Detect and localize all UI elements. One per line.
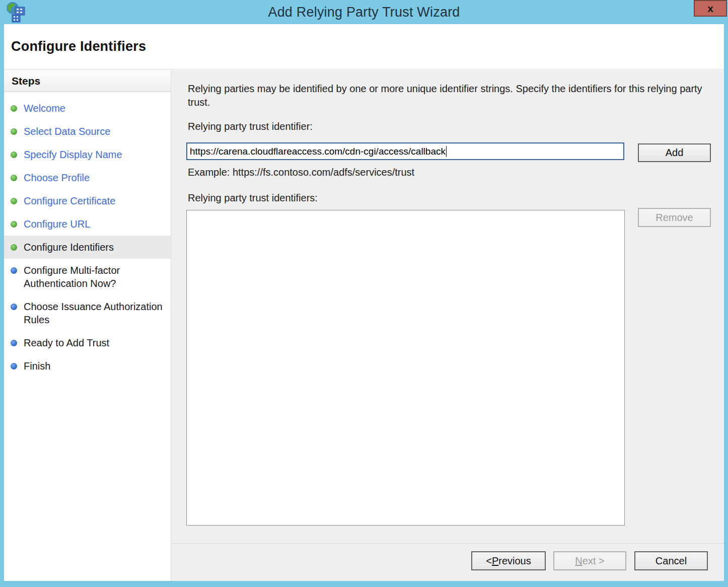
text-caret <box>446 146 447 157</box>
sidebar-item-choose-issuance-rules[interactable]: Choose Issuance Authorization Rules <box>4 295 171 331</box>
example-text: Example: https://fs.contoso.com/adfs/ser… <box>188 167 414 178</box>
footer-divider <box>171 543 724 544</box>
add-button[interactable]: Add <box>638 143 711 162</box>
identifier-input[interactable]: https://carena.cloudflareaccess.com/cdn-… <box>186 142 624 160</box>
window-title: Add Relying Party Trust Wizard <box>0 0 728 24</box>
remove-button[interactable]: Remove <box>638 208 711 227</box>
main-panel: Relying parties may be identified by one… <box>171 70 724 581</box>
step-pending-icon <box>11 363 17 370</box>
page-title: Configure Identifiers <box>11 39 146 54</box>
identifiers-list-label: Relying party trust identifiers: <box>188 192 318 204</box>
steps-list: Welcome Select Data Source Specify Displ… <box>4 92 171 378</box>
close-button[interactable]: x <box>694 0 727 17</box>
step-done-icon <box>11 152 17 158</box>
step-pending-icon <box>11 304 17 310</box>
sidebar-item-choose-profile[interactable]: Choose Profile <box>4 166 171 189</box>
sidebar-item-welcome[interactable]: Welcome <box>4 97 171 120</box>
sidebar-item-configure-certificate[interactable]: Configure Certificate <box>4 189 171 212</box>
step-done-icon <box>11 221 17 228</box>
sidebar-item-configure-identifiers[interactable]: Configure Identifiers <box>4 236 171 259</box>
step-done-icon <box>11 105 17 112</box>
wizard-window: Configure Identifiers Steps Welcome Sele… <box>4 24 724 581</box>
step-pending-icon <box>11 267 17 274</box>
previous-button[interactable]: < Previous <box>471 551 546 570</box>
identifiers-listbox[interactable] <box>186 210 625 526</box>
intro-text: Relying parties may be identified by one… <box>188 82 702 109</box>
title-bar: Add Relying Party Trust Wizard x <box>0 0 728 24</box>
steps-sidebar: Steps Welcome Select Data Source Specify… <box>4 70 171 581</box>
identifier-input-value: https://carena.cloudflareaccess.com/cdn-… <box>190 146 446 157</box>
sidebar-item-specify-display-name[interactable]: Specify Display Name <box>4 143 171 166</box>
step-done-icon <box>11 198 17 204</box>
sidebar-item-configure-url[interactable]: Configure URL <box>4 212 171 236</box>
sidebar-item-finish[interactable]: Finish <box>4 354 171 378</box>
sidebar-item-ready-to-add-trust[interactable]: Ready to Add Trust <box>4 331 171 354</box>
sidebar-item-select-data-source[interactable]: Select Data Source <box>4 120 171 143</box>
step-current-icon <box>11 244 17 251</box>
steps-header: Steps <box>4 70 171 92</box>
cancel-button[interactable]: Cancel <box>634 551 708 570</box>
step-done-icon <box>11 175 17 181</box>
sidebar-item-configure-mfa[interactable]: Configure Multi-factor Authentication No… <box>4 259 171 295</box>
page-header: Configure Identifiers <box>4 24 724 69</box>
next-button[interactable]: Next > <box>553 551 626 570</box>
step-done-icon <box>11 128 17 135</box>
step-pending-icon <box>11 340 17 346</box>
identifier-field-label: Relying party trust identifier: <box>188 121 313 132</box>
